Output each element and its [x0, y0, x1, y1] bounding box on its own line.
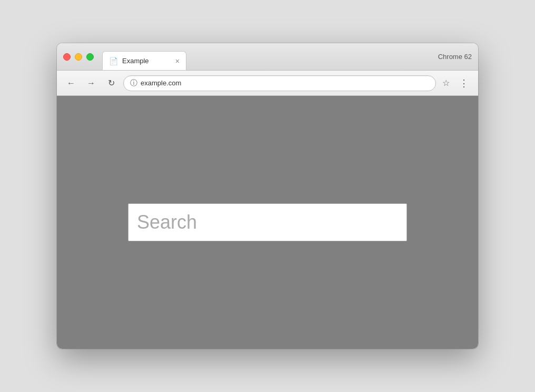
info-icon: ⓘ: [130, 79, 137, 88]
traffic-lights: [63, 53, 94, 61]
star-icon: ☆: [442, 78, 450, 88]
menu-icon: ⋮: [459, 77, 469, 89]
menu-button[interactable]: ⋮: [456, 74, 472, 92]
page-content: [57, 96, 478, 349]
tab-icon: 📄: [109, 57, 118, 65]
tab-bar: 📄 Example ×: [102, 43, 438, 70]
minimize-button[interactable]: [75, 53, 82, 61]
forward-icon: →: [87, 79, 95, 87]
address-bar[interactable]: ⓘ example.com: [123, 75, 436, 91]
maximize-button[interactable]: [86, 53, 94, 61]
reload-icon: ↻: [108, 78, 115, 88]
chrome-version-label: Chrome 62: [438, 53, 472, 61]
toolbar: ← → ↻ ⓘ example.com ☆ ⋮: [57, 71, 478, 96]
tab-close-button[interactable]: ×: [175, 57, 180, 65]
address-text: example.com: [141, 79, 429, 87]
title-bar: 📄 Example × Chrome 62: [57, 43, 478, 71]
search-input[interactable]: [128, 203, 407, 241]
forward-button[interactable]: →: [83, 75, 99, 91]
browser-window: 📄 Example × Chrome 62 ← → ↻ ⓘ example.co…: [57, 43, 478, 349]
bookmark-button[interactable]: ☆: [440, 76, 452, 90]
browser-tab[interactable]: 📄 Example ×: [102, 51, 186, 70]
back-icon: ←: [67, 79, 75, 87]
tab-title: Example: [122, 57, 171, 65]
back-button[interactable]: ←: [63, 75, 79, 91]
close-button[interactable]: [63, 53, 71, 61]
reload-button[interactable]: ↻: [103, 75, 119, 91]
